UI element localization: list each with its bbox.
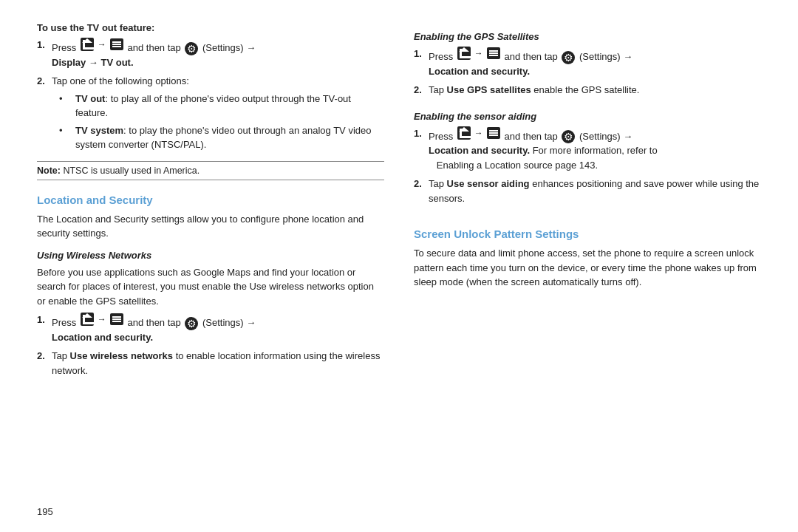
screen-unlock-heading: Screen Unlock Pattern Settings [414, 228, 761, 240]
gear-icon-4 [562, 130, 575, 143]
menu-icon-2 [110, 313, 123, 325]
gps-steps: 1. Press → and then tap (Settings) → [414, 47, 761, 98]
gps-step-2: 2. Tap Use GPS satellites enable the GPS… [414, 83, 761, 98]
wireless-step-1: 1. Press → and then tap (Settings) → [37, 313, 384, 344]
location-security-intro: The Location and Security settings allow… [37, 212, 384, 241]
bullet-tv-out: TV out: to play all of the phone's video… [59, 92, 384, 120]
home-icon-3 [457, 47, 471, 60]
tv-out-step-2: 2. Tap one of the following options: TV … [37, 74, 384, 155]
tv-out-step-1: 1. Press → and then tap (Settings) → [37, 38, 384, 69]
gear-icon [185, 42, 198, 55]
tv-out-steps: 1. Press → and then tap (Settings) → [37, 38, 384, 155]
right-column: Enabling the GPS Satellites 1. Press → a… [414, 22, 761, 499]
sensor-step-2: 2. Tap Use sensor aiding enhances positi… [414, 177, 761, 205]
location-security-section: Location and Security The Location and S… [37, 186, 384, 383]
sensor-aiding-subheading: Enabling the sensor aiding [414, 111, 761, 122]
tv-out-section: To use the TV out feature: 1. Press → an… [37, 22, 384, 186]
wireless-networks-steps: 1. Press → and then tap (Settings) → [37, 313, 384, 378]
gps-satellites-section: Enabling the GPS Satellites 1. Press → a… [414, 22, 761, 102]
wireless-step-2: 2. Tap Use wireless networks to enable l… [37, 349, 384, 378]
bullet-tv-system: TV system: to play the phone's video out… [59, 123, 384, 152]
left-column: To use the TV out feature: 1. Press → an… [37, 22, 384, 499]
menu-icon-3 [487, 47, 500, 59]
home-icon [81, 38, 94, 51]
location-security-heading: Location and Security [37, 194, 384, 206]
sensor-step-1: 1. Press → and then tap (Settings) → [414, 126, 761, 173]
gear-icon-2 [185, 317, 198, 330]
note-box: Note: NTSC is usually used in America. [37, 161, 384, 180]
sensor-aiding-section: Enabling the sensor aiding 1. Press → an… [414, 102, 761, 211]
wireless-networks-subheading: Using Wireless Networks [37, 250, 384, 261]
menu-icon-4 [487, 127, 500, 139]
gear-icon-3 [562, 51, 575, 64]
sensor-steps: 1. Press → and then tap (Settings) → [414, 126, 761, 206]
page: To use the TV out feature: 1. Press → an… [0, 0, 798, 532]
home-icon-4 [457, 126, 471, 140]
screen-unlock-desc: To secure data and limit phone access, s… [414, 246, 761, 290]
gps-step-1: 1. Press → and then tap (Settings) → [414, 47, 761, 78]
menu-icon [110, 38, 123, 50]
screen-unlock-section: Screen Unlock Pattern Settings To secure… [414, 220, 761, 294]
tv-out-header: To use the TV out feature: [37, 22, 384, 33]
page-number: 195 [37, 506, 761, 517]
wireless-networks-desc: Before you use applications such as Goog… [37, 265, 384, 309]
home-icon-2 [81, 313, 94, 326]
gps-satellites-subheading: Enabling the GPS Satellites [414, 31, 761, 42]
